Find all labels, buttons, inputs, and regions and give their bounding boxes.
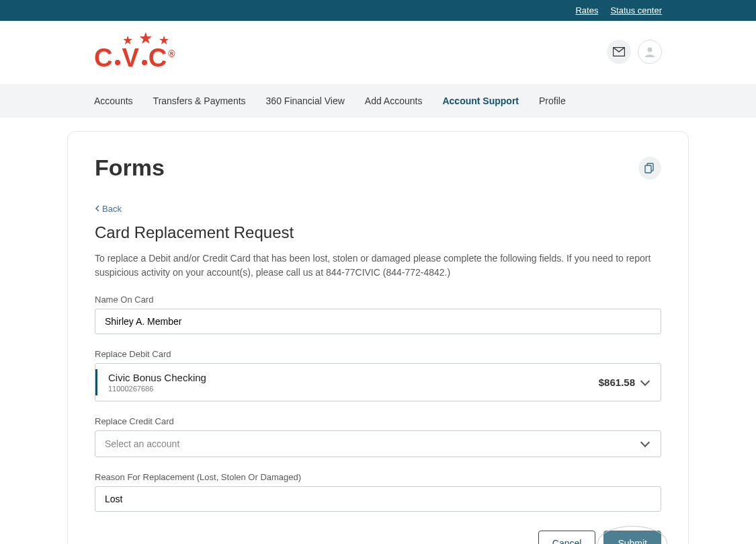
replace-debit-label: Replace Debit Card (95, 349, 661, 359)
user-icon (644, 46, 656, 58)
header-icons (607, 40, 662, 64)
replace-debit-select[interactable]: Civic Bonus Checking 11000267686 $861.58 (95, 363, 661, 401)
top-bar: Rates Status center (0, 0, 756, 21)
submit-button[interactable]: Submit (603, 531, 661, 545)
mail-icon (613, 47, 625, 56)
documents-icon (644, 163, 655, 173)
form-description: To replace a Debit and/or Credit Card th… (95, 251, 661, 280)
back-link[interactable]: Back (95, 204, 122, 214)
nav-profile[interactable]: Profile (539, 95, 566, 106)
debit-account-balance: $861.58 (599, 377, 635, 388)
nav-360[interactable]: 360 Financial View (266, 95, 345, 106)
chevron-down-icon (640, 438, 650, 447)
name-on-card-label: Name On Card (95, 295, 661, 305)
nav-account-support[interactable]: Account Support (442, 95, 519, 106)
profile-button[interactable] (638, 40, 662, 64)
content-container: Forms Back Card Replacement Request To r… (0, 118, 756, 544)
back-label: Back (102, 204, 122, 214)
svg-rect-3 (645, 165, 651, 173)
brand-name: CVC® (94, 45, 177, 71)
status-center-link[interactable]: Status center (610, 5, 662, 15)
nav-transfers[interactable]: Transfers & Payments (153, 95, 246, 106)
header: ★ ★ ★ CVC® (0, 21, 756, 84)
replace-credit-select[interactable]: Select an account (95, 430, 661, 457)
chevron-down-icon (640, 376, 650, 385)
debit-account-number: 11000267686 (108, 385, 206, 393)
cancel-button[interactable]: Cancel (538, 531, 596, 545)
reason-label: Reason For Replacement (Lost, Stolen Or … (95, 472, 661, 482)
svg-point-1 (648, 48, 653, 52)
reason-input[interactable] (95, 486, 661, 512)
brand-logo[interactable]: ★ ★ ★ CVC® (94, 33, 177, 71)
page-card: Forms Back Card Replacement Request To r… (67, 131, 689, 544)
rates-link[interactable]: Rates (575, 5, 598, 15)
nav-accounts[interactable]: Accounts (94, 95, 133, 106)
page-title: Forms (95, 155, 165, 181)
credit-placeholder: Select an account (105, 438, 179, 449)
nav-add-accounts[interactable]: Add Accounts (365, 95, 423, 106)
name-on-card-input[interactable] (95, 309, 661, 334)
main-nav: Accounts Transfers & Payments 360 Financ… (0, 84, 756, 118)
chevron-left-icon (95, 205, 99, 212)
replace-credit-label: Replace Credit Card (95, 416, 661, 426)
submit-label: Submit (618, 538, 647, 545)
form-actions: Cancel Submit (95, 531, 661, 545)
documents-button[interactable] (638, 157, 661, 180)
form-title: Card Replacement Request (95, 223, 661, 242)
messages-button[interactable] (607, 40, 631, 64)
debit-account-name: Civic Bonus Checking (108, 372, 206, 383)
